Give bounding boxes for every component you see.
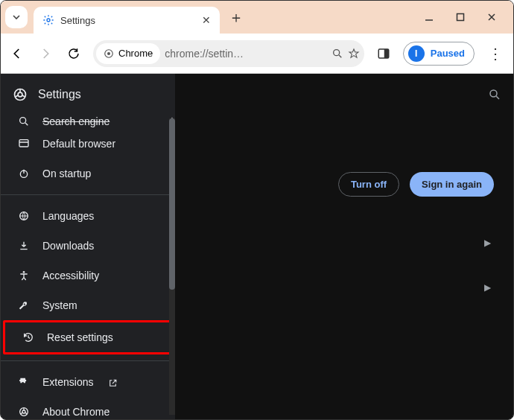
svg-point-0 — [47, 19, 50, 22]
sidebar-item-label: Extensions — [42, 376, 93, 388]
sidebar-item-label: Reset settings — [47, 331, 113, 343]
power-icon — [17, 168, 31, 179]
sidebar-item-accessibility[interactable]: Accessibility — [1, 261, 175, 290]
chrome-logo-icon — [13, 87, 28, 102]
sidebar-separator — [1, 194, 175, 195]
side-panel-icon[interactable] — [375, 46, 393, 60]
zoom-icon[interactable] — [331, 47, 343, 60]
maximize-button[interactable] — [455, 12, 466, 22]
turn-off-button[interactable]: Turn off — [338, 172, 399, 197]
chrome-icon — [17, 406, 31, 418]
svg-point-4 — [107, 51, 110, 54]
settings-sidebar: ▲ Search engine Default browser On start… — [1, 74, 175, 420]
chrome-icon — [104, 48, 114, 59]
sidebar-scrollbar-thumb[interactable] — [169, 118, 175, 290]
chevron-down-icon — [12, 13, 21, 22]
reset-settings-highlight: Reset settings — [3, 320, 173, 354]
site-chip[interactable]: Chrome — [96, 43, 160, 64]
svg-line-12 — [496, 97, 499, 100]
svg-line-14 — [25, 123, 28, 125]
search-icon — [17, 115, 31, 127]
forward-button[interactable] — [37, 45, 54, 61]
chevron-right-icon[interactable]: ▶ — [484, 238, 491, 248]
sync-action-row: Turn off Sign in again — [175, 153, 513, 197]
profile-paused-button[interactable]: I Paused — [403, 42, 475, 66]
browser-toolbar: Chrome chrome://settin… I Paused ⋮ — [1, 34, 513, 74]
download-icon — [17, 240, 31, 252]
sidebar-item-about-chrome[interactable]: About Chrome — [1, 397, 175, 420]
puzzle-icon — [17, 376, 31, 388]
close-window-button[interactable] — [486, 12, 497, 22]
back-button[interactable] — [8, 45, 26, 61]
search-settings-button[interactable] — [488, 88, 501, 102]
gear-icon — [42, 14, 54, 26]
svg-rect-15 — [19, 140, 28, 147]
sidebar-item-on-startup[interactable]: On startup — [1, 159, 175, 188]
sidebar-item-extensions[interactable]: Extensions — [1, 367, 175, 397]
sign-in-again-button[interactable]: Sign in again — [410, 172, 494, 197]
avatar: I — [408, 45, 425, 62]
chrome-menu-button[interactable]: ⋮ — [485, 45, 506, 63]
browser-icon — [17, 138, 31, 150]
svg-point-5 — [333, 50, 339, 56]
settings-page: Settings ▲ Search engine Default browser… — [1, 74, 513, 420]
tab-title: Settings — [60, 15, 196, 26]
minimize-button[interactable] — [424, 12, 434, 22]
reload-button[interactable] — [65, 45, 83, 61]
new-tab-button[interactable]: ＋ — [229, 7, 244, 28]
external-link-icon — [108, 376, 118, 388]
wrench-icon — [17, 299, 31, 311]
accessibility-icon — [17, 270, 31, 281]
sidebar-item-reset-settings[interactable]: Reset settings — [5, 322, 171, 352]
settings-main-panel: Turn off Sign in again ▶ ▶ — [175, 74, 513, 420]
sidebar-item-system[interactable]: System — [1, 290, 175, 320]
history-icon — [22, 331, 35, 343]
sidebar-separator — [1, 360, 175, 361]
svg-rect-8 — [384, 49, 389, 58]
svg-point-13 — [20, 118, 26, 124]
sidebar-item-label: Accessibility — [42, 270, 99, 281]
close-tab-button[interactable]: ✕ — [202, 14, 211, 26]
bookmark-icon[interactable] — [348, 47, 360, 60]
svg-line-6 — [339, 55, 341, 57]
browser-tab[interactable]: Settings ✕ — [34, 7, 220, 34]
settings-header: Settings — [1, 74, 513, 115]
sidebar-item-label: Search engine — [42, 115, 110, 127]
sidebar-item-downloads[interactable]: Downloads — [1, 231, 175, 261]
window-controls — [424, 12, 513, 22]
svg-point-22 — [22, 410, 25, 413]
svg-rect-2 — [457, 14, 464, 21]
site-chip-label: Chrome — [118, 48, 153, 59]
svg-point-20 — [23, 271, 25, 273]
sidebar-item-search-engine[interactable]: Search engine — [1, 115, 175, 129]
sidebar-item-label: System — [42, 299, 77, 311]
address-bar[interactable]: Chrome chrome://settin… — [93, 40, 364, 67]
settings-title: Settings — [38, 88, 81, 101]
sidebar-item-languages[interactable]: Languages — [1, 201, 175, 231]
sidebar-item-label: Default browser — [42, 138, 115, 150]
svg-point-11 — [490, 90, 497, 97]
url-text: chrome://settin… — [165, 48, 327, 60]
tab-search-dropdown[interactable] — [5, 6, 28, 28]
sidebar-item-label: On startup — [42, 168, 91, 179]
chevron-right-icon[interactable]: ▶ — [484, 282, 491, 293]
sidebar-item-label: Languages — [42, 210, 94, 222]
sidebar-item-label: Downloads — [42, 240, 94, 252]
sidebar-item-label: About Chrome — [42, 406, 110, 418]
svg-point-10 — [18, 92, 22, 97]
sidebar-item-default-browser[interactable]: Default browser — [1, 129, 175, 159]
paused-label: Paused — [431, 48, 465, 59]
globe-icon — [17, 210, 31, 222]
tab-strip: Settings ✕ ＋ — [1, 1, 513, 34]
